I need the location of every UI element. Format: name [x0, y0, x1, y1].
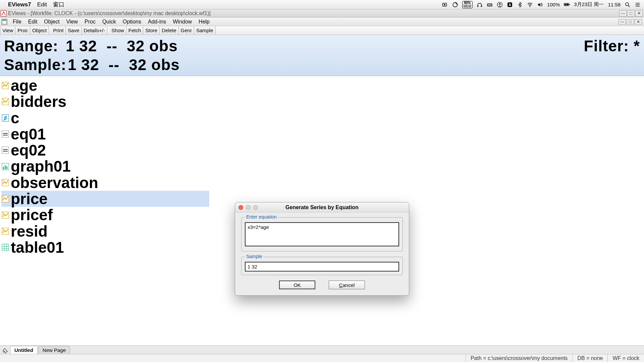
volume-icon[interactable]: [537, 2, 543, 8]
child-close-button[interactable]: ✕: [635, 19, 642, 24]
workfile-system-icon[interactable]: [1, 19, 7, 25]
screen-record-icon[interactable]: [442, 2, 448, 8]
svg-rect-4: [481, 5, 482, 7]
sample-value: 1 32: [68, 56, 99, 74]
text-input-icon[interactable]: A: [507, 2, 513, 8]
svg-rect-13: [569, 4, 570, 5]
toolbar-store[interactable]: Store: [143, 26, 160, 35]
spotlight-icon[interactable]: [625, 2, 631, 8]
eviews-app-icon: [1, 10, 7, 16]
svg-text:A: A: [508, 2, 511, 6]
notification-center-icon[interactable]: [635, 2, 641, 8]
toolbar-fetch[interactable]: Fetch: [126, 26, 144, 35]
battery-percent: 100%: [547, 2, 560, 7]
equation-fieldset: Enter equation x3=2*age: [241, 217, 403, 251]
generate-series-dialog: Generate Series by Equation Enter equati…: [235, 202, 409, 296]
workfile-body: agebiddersβceq01eq02graph01observationpr…: [0, 76, 644, 345]
date-text: 3月23日 周一: [574, 1, 604, 8]
menu-addins[interactable]: Add-ins: [145, 19, 169, 25]
eviews-menubar: File Edit Object View Proc Quick Options…: [0, 17, 644, 26]
status-path: Path = c:\users\crossover\my documents: [466, 354, 572, 362]
bluetooth-icon[interactable]: [517, 2, 523, 8]
svg-rect-3: [477, 5, 478, 7]
workfile-header: Range: 1 32 -- 32 obs Filter: * Sample: …: [0, 35, 644, 76]
toolbar-view[interactable]: View: [0, 26, 15, 35]
range-value: 1 32: [66, 37, 97, 55]
range-label: Range:: [4, 37, 58, 55]
headphones-icon[interactable]: [477, 2, 483, 8]
time-text: 11:58: [608, 2, 621, 7]
svg-rect-21: [2, 19, 6, 21]
svg-point-15: [626, 3, 629, 6]
eviews-window-title: EViews - [Workfile: CLOCK - (c:\users\cr…: [8, 10, 619, 16]
svg-point-11: [530, 6, 530, 7]
toolbar-genr[interactable]: Genr: [179, 26, 194, 35]
wifi-icon[interactable]: [527, 2, 533, 8]
range-dash: --: [106, 37, 117, 55]
menu-view[interactable]: View: [63, 19, 81, 25]
toolbar-print[interactable]: Print: [51, 26, 66, 35]
accessibility-icon[interactable]: [497, 2, 503, 8]
sync-icon[interactable]: [452, 2, 458, 8]
equation-legend: Enter equation: [245, 214, 278, 220]
mac-menu-window[interactable]: 窗口: [53, 1, 64, 8]
workfile-tabs: Untitled New Page: [0, 345, 644, 354]
sample-input[interactable]: [245, 262, 399, 272]
dialog-minimize-icon: [246, 205, 251, 210]
sample-dash: --: [108, 56, 119, 74]
ok-button[interactable]: OK: [279, 281, 315, 289]
child-minimize-button[interactable]: —: [619, 19, 626, 24]
dialog-zoom-icon: [253, 205, 258, 210]
toolbar-details[interactable]: Details+/-: [82, 26, 108, 35]
toolbar-object[interactable]: Object: [30, 26, 49, 35]
dialog-titlebar[interactable]: Generate Series by Equation: [235, 202, 409, 213]
range-obs: 32 obs: [127, 37, 178, 55]
toolbar-save[interactable]: Save: [66, 26, 82, 35]
menu-quick[interactable]: Quick: [99, 19, 119, 25]
child-maximize-button[interactable]: □: [627, 19, 634, 24]
eviews-titlebar: EViews - [Workfile: CLOCK - (c:\users\cr…: [0, 9, 644, 17]
toolbar-sample[interactable]: Sample: [194, 26, 216, 35]
menu-help[interactable]: Help: [195, 19, 213, 25]
sample-obs: 32 obs: [129, 56, 180, 74]
battery-icon[interactable]: [564, 2, 570, 8]
tab-untitled[interactable]: Untitled: [10, 346, 38, 354]
toolbar-show[interactable]: Show: [109, 26, 126, 35]
window-maximize-button[interactable]: □: [627, 10, 635, 16]
mac-menubar: EViews7 Edit 窗口 80% MEM: [0, 0, 644, 9]
sample-fieldset: Sample: [241, 257, 403, 275]
svg-point-1: [444, 4, 445, 5]
toolbar-delete[interactable]: Delete: [160, 26, 178, 35]
mac-app-name[interactable]: EViews7: [8, 1, 31, 8]
dialog-title: Generate Series by Equation: [235, 204, 409, 210]
menu-edit[interactable]: Edit: [25, 19, 41, 25]
mac-menu-edit[interactable]: Edit: [37, 1, 47, 8]
tray-icon[interactable]: [487, 2, 493, 8]
menu-window[interactable]: Window: [169, 19, 195, 25]
sample-label: Sample:: [4, 56, 66, 74]
memory-indicator[interactable]: 80% MEM: [462, 1, 473, 8]
toolbar-proc[interactable]: Proc: [15, 26, 30, 35]
pin-icon[interactable]: [2, 347, 9, 354]
status-wf: WF = clock: [607, 354, 644, 362]
status-db: DB = none: [572, 354, 607, 362]
menu-proc[interactable]: Proc: [81, 19, 99, 25]
cancel-button[interactable]: Cancel: [329, 281, 365, 289]
workfile-toolbar: View Proc Object Print Save Details+/- S…: [0, 26, 644, 35]
dialog-close-icon[interactable]: [238, 205, 243, 210]
menu-options[interactable]: Options: [119, 19, 145, 25]
menu-object[interactable]: Object: [41, 19, 63, 25]
window-close-button[interactable]: ✕: [635, 10, 643, 16]
window-minimize-button[interactable]: —: [619, 10, 627, 16]
menu-file[interactable]: File: [9, 19, 25, 25]
sample-legend: Sample: [245, 254, 263, 259]
svg-line-16: [628, 5, 630, 7]
svg-point-8: [499, 3, 500, 4]
status-bar: Path = c:\users\crossover\my documents D…: [0, 354, 644, 362]
tab-new-page[interactable]: New Page: [38, 346, 70, 354]
filter-label[interactable]: Filter: *: [584, 37, 640, 55]
equation-input[interactable]: x3=2*age: [245, 222, 399, 246]
